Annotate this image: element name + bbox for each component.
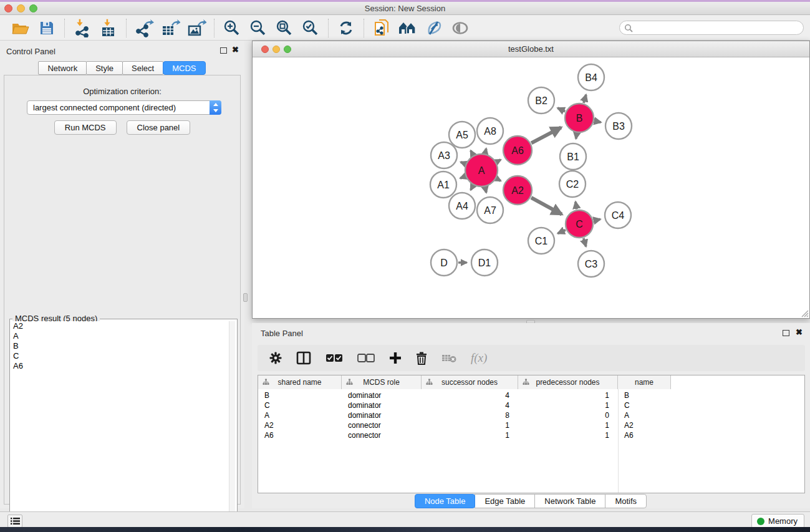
table-cell[interactable]: A6 (618, 430, 671, 440)
table-cell[interactable]: 8 (422, 410, 518, 420)
graph-node-A7[interactable]: A7 (477, 197, 503, 223)
home-button[interactable] (397, 18, 418, 38)
graph-node-B1[interactable]: B1 (560, 143, 586, 170)
mcds-result-item[interactable]: C (12, 351, 229, 361)
zoom-selected-button[interactable] (300, 18, 321, 38)
table-cell[interactable]: A2 (618, 420, 671, 430)
zoom-out-button[interactable] (248, 18, 269, 38)
table-cell[interactable]: dominator (342, 400, 422, 410)
criterion-select[interactable]: largest connected component (directed) (27, 100, 221, 115)
close-table-panel-icon[interactable]: ✖ (796, 327, 803, 337)
table-cell[interactable]: connector (342, 420, 422, 430)
table-cell[interactable]: 1 (518, 430, 618, 440)
tab-select[interactable]: Select (122, 61, 163, 75)
mcds-result-list[interactable]: A2ABCA6 (12, 321, 229, 531)
graph-edge-A6-B[interactable] (531, 127, 561, 143)
graph-edge-A-A8[interactable] (485, 148, 486, 153)
column-view-icon[interactable] (296, 351, 311, 365)
scrollbar-track[interactable] (229, 321, 235, 531)
graph-node-D[interactable]: D (431, 249, 457, 276)
graph-edge-A-A2[interactable] (497, 179, 501, 181)
mcds-result-item[interactable]: A (12, 331, 229, 341)
tab-network[interactable]: Network (38, 61, 87, 75)
graphics-details-button[interactable] (450, 18, 471, 38)
export-image-button[interactable] (186, 18, 207, 38)
deselect-all-icon[interactable] (357, 354, 375, 362)
column-header-predecessor-nodes[interactable]: predecessor nodes (518, 375, 618, 389)
graph-node-A3[interactable]: A3 (431, 142, 457, 168)
select-all-icon[interactable] (325, 354, 343, 362)
table-cell[interactable]: 0 (518, 410, 618, 420)
graph-edge-A-A5[interactable] (471, 150, 473, 155)
search-input[interactable] (633, 24, 789, 32)
table-settings-gear-icon[interactable] (269, 352, 282, 364)
graph-edge-B-B3[interactable] (594, 121, 600, 122)
memory-button[interactable]: Memory (751, 514, 804, 528)
graph-node-B[interactable]: B (565, 104, 594, 132)
mcds-result-item[interactable]: B (12, 341, 229, 351)
table-cell[interactable]: dominator (342, 390, 422, 400)
graph-edge-A-A1[interactable] (460, 177, 465, 178)
tab-mcds[interactable]: MCDS (163, 61, 205, 75)
table-row[interactable]: Cdominator41C (258, 400, 671, 410)
refresh-button[interactable] (335, 18, 357, 38)
float-panel-icon[interactable] (220, 47, 227, 54)
export-table-button[interactable] (160, 18, 181, 38)
graph-node-C3[interactable]: C3 (578, 251, 604, 277)
graph-edge-A2-C[interactable] (531, 198, 562, 215)
close-panel-button[interactable]: Close panel (127, 120, 191, 135)
tab-network-table[interactable]: Network Table (534, 494, 605, 508)
column-header-shared-name[interactable]: shared name (258, 375, 342, 389)
table-cell[interactable]: A (618, 410, 671, 420)
network-canvas[interactable]: AA1A2A3A4A5A6A7A8BB1B2B3B4CC1C2C3C4DD1 (253, 57, 809, 318)
table-cell[interactable]: B (618, 390, 671, 400)
graph-edge-A-A3[interactable] (461, 162, 465, 164)
graph-node-A5[interactable]: A5 (449, 122, 475, 148)
graph-edge-C-C2[interactable] (576, 202, 577, 210)
table-cell[interactable]: 1 (518, 400, 618, 410)
table-cell[interactable]: A6 (258, 430, 342, 440)
graph-node-B3[interactable]: B3 (605, 113, 632, 139)
table-cell[interactable]: 1 (518, 420, 618, 430)
annotations-button[interactable] (423, 18, 445, 38)
run-mcds-button[interactable]: Run MCDS (54, 120, 117, 135)
graph-edge-B-B1[interactable] (576, 133, 577, 139)
graph-node-A8[interactable]: A8 (477, 118, 503, 144)
delete-trash-icon[interactable] (416, 352, 427, 365)
tab-style[interactable]: Style (86, 61, 123, 75)
mcds-result-item[interactable]: A2 (12, 321, 229, 331)
table-cell[interactable]: 4 (422, 400, 518, 410)
close-panel-icon[interactable]: ✖ (232, 45, 239, 54)
graph-node-C1[interactable]: C1 (528, 228, 554, 254)
table-cell[interactable]: 1 (518, 390, 618, 400)
save-session-button[interactable] (36, 18, 57, 38)
table-cell[interactable]: connector (342, 430, 422, 440)
graph-edge-A-A4[interactable] (471, 186, 473, 190)
graph-node-A6[interactable]: A6 (503, 136, 532, 165)
network-window-titlebar[interactable]: testGlobe.txt (253, 41, 809, 57)
graph-node-A[interactable]: A (465, 154, 498, 186)
table-cell[interactable]: A (258, 410, 342, 420)
zoom-fit-button[interactable] (274, 18, 295, 38)
table-row[interactable]: A6connector11A6 (258, 430, 671, 440)
table-cell[interactable]: B (258, 390, 342, 400)
table-cell[interactable]: dominator (342, 410, 422, 420)
graph-edge-B-B2[interactable] (557, 108, 565, 111)
mcds-result-item[interactable]: A6 (12, 361, 229, 371)
float-table-panel-icon[interactable] (783, 330, 789, 336)
table-cell[interactable]: 4 (422, 390, 518, 400)
task-history-button[interactable] (7, 515, 22, 528)
table-cell[interactable]: 1 (422, 420, 518, 430)
graph-edge-A-A6[interactable] (497, 160, 501, 162)
graph-node-C[interactable]: C (566, 210, 593, 238)
graph-node-C4[interactable]: C4 (605, 202, 631, 228)
graph-node-A2[interactable]: A2 (503, 176, 532, 205)
import-network-button[interactable] (72, 18, 93, 38)
export-network-button[interactable] (133, 18, 155, 38)
table-row[interactable]: Bdominator41B (258, 390, 671, 400)
graph-edge-C-C4[interactable] (594, 219, 600, 220)
graph-node-B4[interactable]: B4 (578, 64, 604, 90)
graph-edge-B-B4[interactable] (584, 95, 586, 103)
column-header-mcds-role[interactable]: MCDS role (342, 375, 422, 389)
graph-node-C2[interactable]: C2 (559, 171, 586, 197)
